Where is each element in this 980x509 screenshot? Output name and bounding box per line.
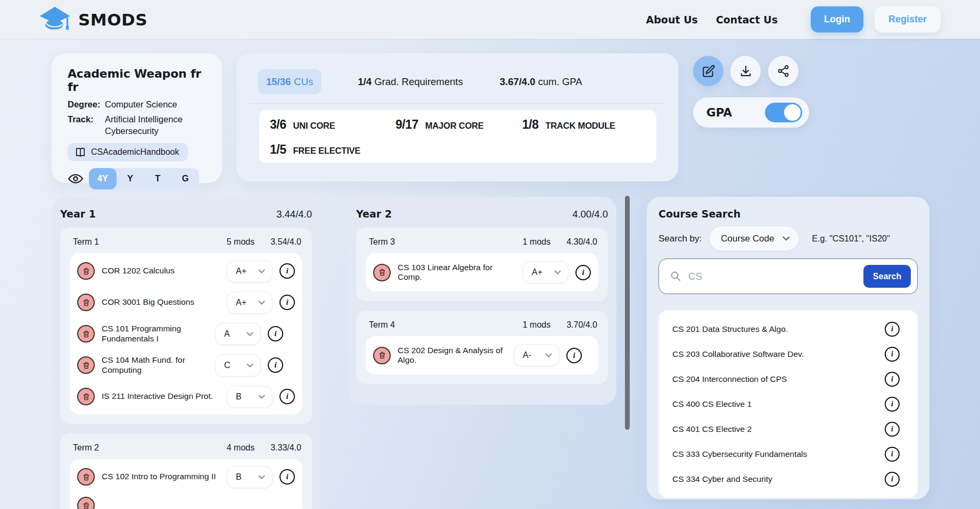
course-name: COR 1202 Calculus: [102, 266, 220, 276]
delete-course-button[interactable]: [77, 294, 95, 311]
search-by-label: Search by:: [658, 233, 702, 244]
nav-link-contact-us[interactable]: Contact Us: [716, 14, 778, 26]
chevron-down-icon: [554, 270, 561, 274]
download-button[interactable]: [730, 56, 761, 86]
grade-select[interactable]: A-: [514, 344, 559, 366]
course-info-button[interactable]: i: [279, 295, 295, 310]
search-result-row[interactable]: CS 401 CS Elective 2 i: [658, 416, 918, 441]
course-name: IS 211 Interactive Design Prot.: [102, 391, 220, 401]
cus-value: 15/36: [266, 76, 291, 88]
view-segment-t[interactable]: T: [144, 168, 172, 189]
handbook-label: CSAcademicHandbook: [91, 147, 179, 157]
grade-select[interactable]: A: [215, 323, 261, 345]
search-result-row[interactable]: CS 333 Cybersecurity Fundamentals i: [658, 441, 918, 466]
edit-plan-button[interactable]: [693, 56, 723, 86]
course-info-button[interactable]: i: [279, 263, 295, 279]
course-info-button[interactable]: i: [268, 357, 283, 373]
term-3-card: Term 3 1 mods 4.30/4.0 CS 103 Linear Alg…: [356, 228, 608, 301]
eye-icon[interactable]: [68, 172, 84, 185]
grade-select[interactable]: A+: [227, 291, 273, 314]
course-info-button[interactable]: i: [885, 422, 900, 437]
grade-select[interactable]: A+: [227, 260, 273, 282]
search-result-row[interactable]: CS 201 Data Structures & Algo. i: [658, 316, 918, 341]
grade-select[interactable]: B: [227, 466, 273, 488]
brand[interactable]: SMODS: [38, 5, 147, 34]
req-value: 3/6: [270, 118, 286, 132]
course-info-button[interactable]: i: [885, 472, 900, 487]
course-info-button[interactable]: i: [279, 389, 295, 404]
grade-value: A: [224, 329, 230, 339]
login-button[interactable]: Login: [811, 6, 863, 32]
course-info-button[interactable]: i: [268, 326, 283, 341]
year-1-card: Year 1 3.44/4.0 Term 1 5 mods 3.54/4.0 C…: [52, 197, 320, 509]
course-info-button[interactable]: i: [885, 447, 900, 462]
register-button[interactable]: Register: [875, 6, 941, 32]
smods-app: SMODS About Us Contact Us Login Register…: [0, 0, 980, 509]
course-row: CS 101 Programming Fundamentals I A i: [76, 318, 296, 349]
term-mods: 1 mods: [523, 320, 550, 330]
delete-course-button[interactable]: [373, 347, 391, 364]
search-result-row[interactable]: CS 400 CS Elective 1 i: [658, 391, 918, 416]
grade-select[interactable]: A+: [523, 261, 569, 283]
grade-select[interactable]: B: [227, 386, 273, 408]
delete-course-button[interactable]: [77, 356, 95, 374]
search-by-row: Search by: Course Code E.g. "CS101", "IS…: [658, 227, 918, 251]
term-1-card: Term 1 5 mods 3.54/4.0 COR 1202 Calculus…: [60, 228, 312, 424]
view-segment-4y[interactable]: 4Y: [89, 168, 117, 189]
delete-course-button[interactable]: [77, 497, 95, 509]
search-result-row[interactable]: CS 334 Cyber and Security i: [658, 466, 918, 491]
search-result-row[interactable]: CS 203 Collaborative Software Dev. i: [658, 341, 918, 366]
course-name: CS 103 Linear Algebra for Comp.: [398, 263, 516, 282]
search-result-row[interactable]: CS 204 Interconnection of CPS i: [658, 366, 918, 391]
result-course-name: CS 204 Interconnection of CPS: [672, 374, 885, 384]
term-gpa: 3.54/4.0: [270, 237, 301, 247]
term-title: Term 3: [369, 237, 523, 247]
course-row: IS 211 Interactive Design Prot. B i: [76, 381, 296, 412]
view-segment-y[interactable]: Y: [117, 168, 144, 189]
term-title: Term 1: [73, 237, 227, 247]
course-info-button[interactable]: i: [885, 347, 900, 362]
delete-course-button[interactable]: [77, 468, 95, 486]
course-row: CS 102 Intro to Programming II B i: [76, 461, 296, 493]
handbook-link[interactable]: CSAcademicHandbook: [68, 143, 188, 161]
delete-course-button[interactable]: [77, 325, 95, 343]
req-label: UNI CORE: [293, 121, 335, 131]
search-button[interactable]: Search: [863, 265, 911, 288]
requirements-box: 3/6 UNI CORE 9/17 MAJOR CORE 1/8 TRACK M…: [259, 110, 656, 163]
delete-course-button[interactable]: [373, 264, 391, 281]
open-book-icon: [75, 147, 86, 157]
share-button[interactable]: [768, 56, 798, 86]
search-by-dropdown[interactable]: Course Code: [710, 227, 798, 251]
term-gpa: 4.30/4.0: [566, 237, 597, 247]
nav-link-about-us[interactable]: About Us: [646, 14, 698, 26]
course-info-button[interactable]: i: [566, 348, 582, 363]
grade-select[interactable]: C: [215, 354, 261, 377]
gpa-toggle-switch[interactable]: [765, 103, 802, 122]
term-gpa: 3.33/4.0: [270, 443, 301, 453]
search-input[interactable]: [688, 271, 857, 282]
grade-value: A+: [236, 266, 246, 276]
trash-icon: [82, 298, 90, 307]
view-segment-g[interactable]: G: [171, 168, 199, 189]
profile-card: Academic Weapon fr fr Degree: Computer S…: [52, 53, 222, 183]
trash-icon: [378, 268, 386, 277]
trash-icon: [82, 361, 90, 370]
course-info-button[interactable]: i: [885, 322, 900, 337]
result-course-name: CS 333 Cybersecurity Fundamentals: [672, 449, 885, 459]
course-info-button[interactable]: i: [885, 397, 900, 412]
toggle-knob: [784, 104, 801, 121]
grade-value: B: [236, 472, 242, 482]
course-info-button[interactable]: i: [279, 469, 295, 485]
delete-course-button[interactable]: [77, 262, 95, 280]
requirement-track-module: 1/8 TRACK MODULE: [522, 118, 656, 138]
grade-value: B: [236, 392, 242, 402]
nav-links: About Us Contact Us: [646, 14, 778, 26]
course-info-button[interactable]: i: [575, 265, 591, 280]
term-mods: 1 mods: [523, 237, 550, 247]
chevron-down-icon: [258, 301, 265, 305]
delete-course-button[interactable]: [77, 388, 95, 405]
chevron-down-icon: [258, 395, 265, 399]
trash-icon: [82, 330, 90, 338]
course-info-button[interactable]: i: [885, 372, 900, 387]
vertical-scrollbar[interactable]: [625, 196, 630, 430]
